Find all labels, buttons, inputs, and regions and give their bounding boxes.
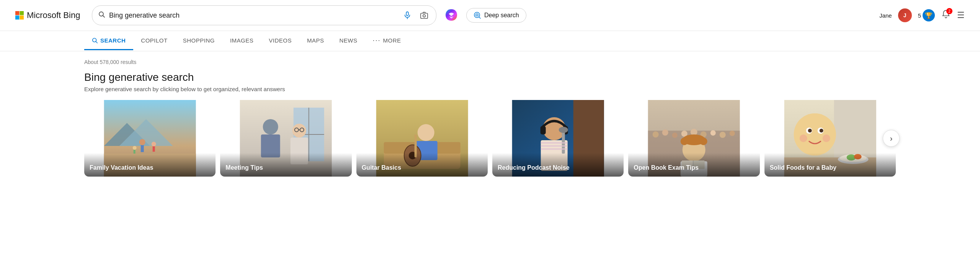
trophy-icon[interactable]: 🏆 (923, 9, 935, 21)
svg-line-14 (96, 41, 97, 43)
svg-point-21 (152, 142, 156, 146)
search-tab-icon (92, 38, 98, 44)
svg-rect-3 (20, 16, 24, 20)
section-subtitle: Explore generative search by clicking be… (84, 86, 896, 92)
tab-copilot[interactable]: COPILOT (133, 32, 175, 50)
tab-maps[interactable]: MAPS (299, 32, 332, 50)
tab-videos-label: VIDEOS (269, 37, 292, 44)
logo-area: Microsoft Bing (15, 10, 84, 20)
svg-rect-76 (834, 100, 876, 157)
svg-rect-0 (15, 11, 19, 15)
score-badge: 5 🏆 (918, 9, 935, 21)
tab-videos[interactable]: VIDEOS (261, 32, 299, 50)
svg-rect-20 (141, 145, 144, 152)
card-meeting-tips[interactable]: Meeting Tips (220, 100, 351, 177)
svg-point-59 (672, 133, 678, 138)
svg-point-23 (133, 146, 137, 150)
svg-line-12 (479, 17, 480, 18)
deep-search-label: Deep search (484, 12, 519, 19)
user-avatar[interactable]: J (898, 8, 912, 22)
svg-point-82 (819, 129, 823, 133)
card-family-vacation-label: Family Vacation Ideas (84, 153, 216, 177)
svg-point-39 (417, 124, 434, 141)
camera-button[interactable] (418, 10, 430, 21)
microsoft-logo (15, 11, 24, 20)
card-podcast-noise[interactable]: Reducing Podcast Noise (492, 100, 624, 177)
svg-rect-2 (15, 16, 19, 20)
cards-container: Family Vacation Ideas (84, 100, 896, 177)
top-bar: Microsoft Bing (0, 0, 980, 31)
results-count: About 578,000 results (84, 59, 896, 65)
svg-point-69 (681, 138, 688, 145)
card-guitar-basics-label: Guitar Basics (356, 153, 488, 177)
card-exam-tips-label: Open Book Exam Tips (628, 153, 760, 177)
chevron-right-icon: › (890, 134, 893, 143)
tab-copilot-label: COPILOT (141, 37, 167, 44)
copilot-icon (444, 8, 459, 22)
bing-logo-text: Microsoft Bing (27, 10, 80, 20)
tab-more[interactable]: ··· MORE (365, 31, 408, 51)
tab-news[interactable]: NEWS (332, 32, 365, 50)
svg-point-63 (710, 130, 716, 136)
svg-point-83 (799, 134, 807, 142)
svg-point-9 (423, 15, 425, 17)
microphone-button[interactable] (402, 10, 413, 21)
tab-shopping-label: SHOPPING (183, 37, 215, 44)
svg-rect-48 (541, 126, 546, 134)
tab-search-label: SEARCH (100, 37, 126, 44)
svg-rect-54 (541, 148, 568, 150)
score-value: 5 (918, 12, 921, 19)
card-guitar-basics[interactable]: Guitar Basics (356, 100, 488, 177)
user-name: Jane (879, 12, 892, 19)
svg-point-57 (653, 131, 659, 138)
svg-point-70 (700, 138, 707, 145)
tab-search[interactable]: SEARCH (84, 32, 133, 50)
section-title: Bing generative search (84, 71, 896, 84)
tab-news-label: NEWS (339, 37, 357, 44)
svg-point-29 (263, 119, 278, 134)
more-dots-icon: ··· (372, 36, 381, 44)
svg-point-81 (808, 129, 812, 133)
search-icon (98, 11, 105, 20)
hamburger-menu-button[interactable]: ☰ (957, 10, 965, 20)
svg-point-58 (662, 129, 668, 136)
cards-wrapper: Family Vacation Ideas (84, 100, 896, 177)
svg-point-64 (720, 132, 726, 138)
svg-point-65 (730, 131, 735, 136)
svg-rect-1 (20, 11, 24, 15)
search-input[interactable] (109, 11, 398, 20)
card-podcast-noise-label: Reducing Podcast Noise (492, 153, 624, 177)
microphone-icon (403, 11, 412, 20)
deep-search-button[interactable]: Deep search (466, 8, 526, 23)
card-exam-tips[interactable]: Open Book Exam Tips (628, 100, 760, 177)
search-bar-icons (402, 10, 430, 21)
tab-more-label: MORE (383, 37, 401, 44)
svg-point-78 (794, 113, 836, 156)
tab-images-label: IMAGES (230, 37, 253, 44)
card-baby-foods-label: Solid Foods for a Baby (764, 153, 896, 177)
search-bar[interactable] (92, 5, 436, 25)
notifications-button[interactable]: 2 (941, 10, 951, 21)
next-button[interactable]: › (883, 130, 900, 147)
card-baby-foods[interactable]: Solid Foods for a Baby (764, 100, 896, 177)
svg-rect-6 (406, 12, 408, 16)
svg-rect-53 (541, 145, 568, 147)
copilot-icon-button[interactable] (444, 8, 459, 23)
tab-images[interactable]: IMAGES (222, 32, 261, 50)
svg-point-84 (822, 134, 830, 142)
svg-point-11 (476, 14, 478, 16)
card-meeting-tips-label: Meeting Tips (220, 153, 351, 177)
card-family-vacation[interactable]: Family Vacation Ideas (84, 100, 216, 177)
svg-rect-22 (153, 146, 155, 152)
tab-maps-label: MAPS (307, 37, 324, 44)
svg-point-51 (559, 127, 568, 133)
svg-line-5 (103, 15, 105, 17)
main-content: About 578,000 results Bing generative se… (0, 51, 980, 184)
svg-rect-8 (421, 13, 428, 19)
svg-point-19 (139, 139, 145, 145)
camera-icon (420, 11, 428, 20)
notification-count: 2 (946, 8, 952, 14)
nav-tabs: SEARCH COPILOT SHOPPING IMAGES VIDEOS MA… (0, 31, 980, 51)
tab-shopping[interactable]: SHOPPING (175, 32, 222, 50)
right-controls: Jane J 5 🏆 2 ☰ (879, 8, 965, 22)
